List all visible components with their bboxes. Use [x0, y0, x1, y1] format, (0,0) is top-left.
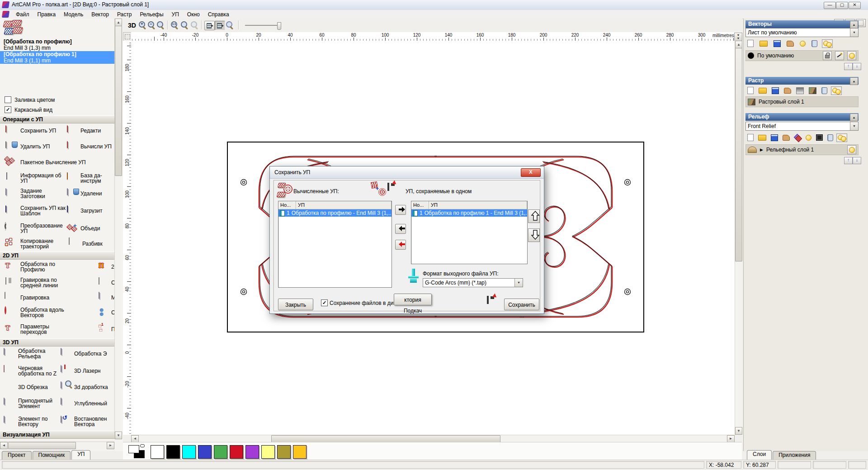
scroll-down-icon[interactable]: ▼ [735, 427, 742, 435]
relief-select[interactable]: Front Relief▼ [745, 122, 859, 131]
all-visible-icon[interactable] [838, 135, 846, 141]
current-colours[interactable] [128, 444, 149, 459]
op-toolpath-info[interactable]: Информация об УП База да- инструм [0, 170, 123, 186]
greyscale-icon[interactable] [796, 87, 804, 94]
tp-3d-machine-relief[interactable]: Обработка Рельефа Обработка Э [0, 346, 123, 362]
tp-3d-raised-feature[interactable]: Приподнятый Элемент Углубленный [0, 394, 123, 413]
menu-raster[interactable]: Растр [113, 11, 136, 18]
op-transform-toolpath[interactable]: Преобразование УП + Объеди [0, 221, 123, 236]
menu-vector[interactable]: Вектор [87, 11, 113, 18]
layer-visibility-bulb-icon[interactable] [847, 145, 856, 154]
chevron-down-icon[interactable]: ▼ [850, 28, 858, 37]
canvas-vscrollbar[interactable]: ▲ ▼ [735, 41, 742, 435]
scroll-up-icon[interactable]: ▲ [735, 41, 742, 48]
op-copy-toolpaths[interactable]: Копирование траекторий Разбивк [0, 236, 123, 252]
palette-swatch[interactable] [214, 445, 227, 459]
save-layer-icon[interactable] [772, 87, 779, 94]
fill-color-checkbox[interactable] [5, 96, 11, 103]
relief-layer-row[interactable]: ▶ Рельефный слой 1 [745, 144, 859, 155]
palette-swatch[interactable] [277, 445, 291, 459]
toolpath-item[interactable]: [Обработка по профилю] [0, 38, 114, 45]
tp-2d-lead-moves[interactable]: T Параметры переходов □1□ П [0, 320, 123, 338]
new-layer-icon[interactable] [747, 40, 754, 47]
palette-swatch[interactable] [245, 445, 259, 459]
section-toolpath-operations[interactable]: Операции с УП [0, 115, 117, 123]
tab-applications[interactable]: Приложения [773, 451, 816, 460]
zoom-slider-handle[interactable] [277, 22, 281, 30]
chevron-down-icon[interactable]: ▼ [514, 279, 523, 287]
tp-2d-profile[interactable]: T Обработка по Профилю П 2 [0, 259, 123, 275]
toggle-visibility-icon[interactable] [800, 41, 806, 47]
op-delete-toolpath[interactable]: Удалить УП Вычисли УП [0, 138, 123, 155]
zoom-selection-icon[interactable] [191, 21, 198, 28]
palette-swatch[interactable] [151, 445, 164, 459]
new-layer-icon[interactable] [747, 87, 754, 94]
menu-edit[interactable]: Правка [33, 11, 60, 18]
tp-3d-cutout[interactable]: 3D Обрезка 3d доработка [0, 380, 123, 394]
wireframe-checkbox[interactable]: ✓ [5, 106, 11, 113]
tp-2d-engrave[interactable]: Гравировка М [0, 290, 123, 305]
zoom-slider-track[interactable] [245, 25, 281, 26]
dialog-close-button[interactable]: X [521, 168, 541, 177]
all-visible-icon[interactable] [823, 41, 831, 47]
computed-toolpaths-list[interactable]: Но... УП 1 Обработка по профилю - End Mi… [278, 201, 392, 288]
scroll-up-icon[interactable]: ▲ [115, 19, 122, 26]
merge-layer-icon[interactable] [784, 88, 791, 94]
tab-assistant[interactable]: Помощник [33, 451, 71, 460]
delete-layer-icon[interactable] [827, 134, 833, 141]
op-save-toolpath[interactable]: Сохранить УП Редакти [0, 123, 123, 138]
view-3d-button[interactable]: 3D [128, 22, 136, 29]
remove-toolpath-button[interactable] [395, 224, 406, 234]
palette-swatch[interactable] [182, 445, 196, 459]
menu-window[interactable]: Окно [183, 11, 204, 18]
menu-reliefs[interactable]: Рельефы [136, 11, 167, 18]
vector-layer-row[interactable]: По умолчанию [745, 50, 859, 61]
left-panel-vscrollbar[interactable]: ▲ ▼ [114, 19, 122, 439]
menu-toolpaths[interactable]: УП [168, 11, 183, 18]
vectors-section-header[interactable]: Векторы ▲ [745, 20, 859, 28]
tab-toolpaths[interactable]: УП [71, 450, 90, 460]
close-button[interactable]: ✕ [849, 2, 861, 9]
tp-3d-feature-by-vector[interactable]: Элемент по Вектору ↺ Востановлен Вектора [0, 413, 123, 431]
move-down-button[interactable] [528, 228, 540, 242]
scroll-left-icon[interactable]: ◄ [131, 435, 139, 442]
op-batch-calculate[interactable]: Пакетное Вычисление УП [0, 155, 123, 170]
format-select[interactable]: G-Code Arcs (mm) (*.tap)▼ [423, 278, 523, 287]
left-panel-hscrollbar[interactable]: ◄ ► [0, 442, 114, 449]
layer-colour-icon[interactable] [748, 52, 754, 59]
op-save-toolpath-template[interactable]: Сохранить УП как Шаблон Загрузит [0, 201, 123, 221]
list-row-selected[interactable]: 1 Обработка по профилю - End Mill 3 (1,.… [278, 209, 392, 217]
menu-model[interactable]: Модель [60, 11, 87, 18]
lock-icon[interactable] [823, 51, 832, 60]
merge-layer-icon[interactable] [783, 135, 790, 141]
open-layer-icon[interactable] [760, 41, 768, 47]
maximize-button[interactable]: ▢ [836, 2, 848, 9]
relief-section-header[interactable]: Рельеф ▲ [745, 113, 859, 121]
open-layer-icon[interactable] [759, 88, 767, 94]
image-icon[interactable] [809, 87, 816, 94]
collapse-icon[interactable]: ▲ [850, 77, 858, 85]
stamp-icon[interactable] [816, 134, 823, 141]
dialog-title-bar[interactable]: Сохранить УП X [270, 166, 544, 179]
combine-layers-icon[interactable] [794, 135, 801, 141]
menu-help[interactable]: Справка [204, 11, 233, 18]
tp-2d-machine-along-vectors[interactable]: Обработка вдоль Векторов ⊕⊕ С [0, 305, 123, 320]
save-layer-icon[interactable] [774, 40, 781, 47]
add-toolpath-button[interactable] [395, 205, 406, 215]
chevron-down-icon[interactable]: ▼ [850, 122, 858, 130]
palette-swatch[interactable] [198, 445, 212, 459]
zoom-1to1-icon[interactable]: 1:1 [171, 21, 178, 28]
new-layer-icon[interactable] [747, 134, 754, 141]
toolpath-item-selected[interactable]: End Mill 3 (1,1) mm [0, 57, 114, 64]
ruler-origin-button[interactable] [123, 32, 132, 42]
raster-section-header[interactable]: Растр ▲ [745, 77, 859, 85]
zoom-out-icon[interactable]: − [148, 21, 155, 28]
horizontal-ruler[interactable]: -40 -20 0 20 40 60 80 100 120 140 160 18… [131, 32, 742, 41]
remove-all-toolpaths-button[interactable] [395, 240, 406, 250]
dialog-close-action-button[interactable]: Закрыть [278, 299, 313, 310]
minimize-button[interactable]: — [824, 2, 836, 9]
palette-swatch[interactable] [293, 445, 307, 459]
ruler-units-dropdown[interactable]: ▼▼ [734, 33, 742, 41]
move-up-button[interactable] [528, 209, 540, 223]
section-toolpath-simulation[interactable]: Визуализация УП [0, 431, 117, 439]
